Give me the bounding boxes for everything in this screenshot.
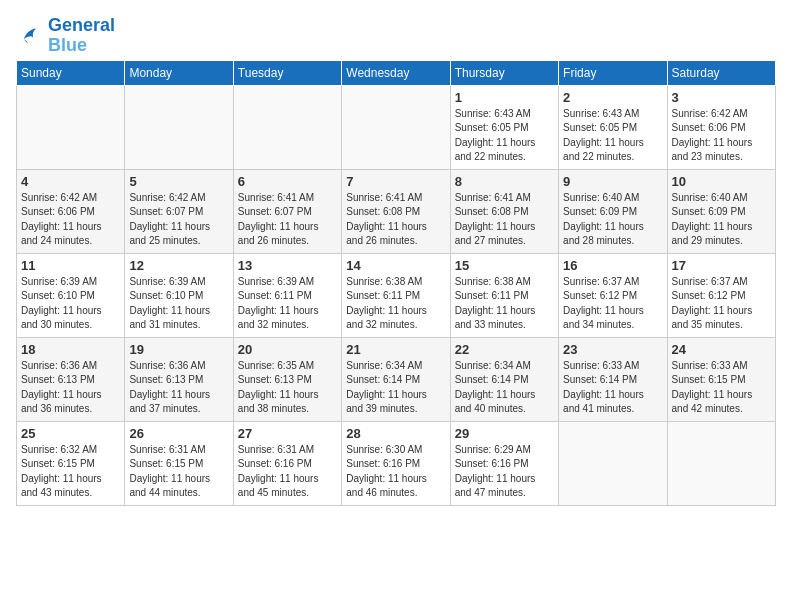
calendar-cell: 6Sunrise: 6:41 AM Sunset: 6:07 PM Daylig…	[233, 169, 341, 253]
calendar-table: SundayMondayTuesdayWednesdayThursdayFrid…	[16, 60, 776, 506]
day-info: Sunrise: 6:32 AM Sunset: 6:15 PM Dayligh…	[21, 443, 120, 501]
day-info: Sunrise: 6:39 AM Sunset: 6:10 PM Dayligh…	[21, 275, 120, 333]
calendar-cell: 26Sunrise: 6:31 AM Sunset: 6:15 PM Dayli…	[125, 421, 233, 505]
day-info: Sunrise: 6:33 AM Sunset: 6:15 PM Dayligh…	[672, 359, 771, 417]
calendar-cell: 18Sunrise: 6:36 AM Sunset: 6:13 PM Dayli…	[17, 337, 125, 421]
calendar-cell: 4Sunrise: 6:42 AM Sunset: 6:06 PM Daylig…	[17, 169, 125, 253]
calendar-cell: 28Sunrise: 6:30 AM Sunset: 6:16 PM Dayli…	[342, 421, 450, 505]
day-info: Sunrise: 6:36 AM Sunset: 6:13 PM Dayligh…	[129, 359, 228, 417]
day-info: Sunrise: 6:42 AM Sunset: 6:07 PM Dayligh…	[129, 191, 228, 249]
day-number: 21	[346, 342, 445, 357]
day-info: Sunrise: 6:43 AM Sunset: 6:05 PM Dayligh…	[563, 107, 662, 165]
calendar-cell: 23Sunrise: 6:33 AM Sunset: 6:14 PM Dayli…	[559, 337, 667, 421]
day-header-monday: Monday	[125, 60, 233, 85]
day-info: Sunrise: 6:30 AM Sunset: 6:16 PM Dayligh…	[346, 443, 445, 501]
day-number: 26	[129, 426, 228, 441]
calendar-cell: 8Sunrise: 6:41 AM Sunset: 6:08 PM Daylig…	[450, 169, 558, 253]
day-info: Sunrise: 6:35 AM Sunset: 6:13 PM Dayligh…	[238, 359, 337, 417]
day-info: Sunrise: 6:41 AM Sunset: 6:08 PM Dayligh…	[455, 191, 554, 249]
day-number: 9	[563, 174, 662, 189]
day-info: Sunrise: 6:40 AM Sunset: 6:09 PM Dayligh…	[672, 191, 771, 249]
day-header-sunday: Sunday	[17, 60, 125, 85]
calendar-cell: 13Sunrise: 6:39 AM Sunset: 6:11 PM Dayli…	[233, 253, 341, 337]
day-info: Sunrise: 6:29 AM Sunset: 6:16 PM Dayligh…	[455, 443, 554, 501]
day-number: 2	[563, 90, 662, 105]
calendar-cell	[342, 85, 450, 169]
day-info: Sunrise: 6:34 AM Sunset: 6:14 PM Dayligh…	[346, 359, 445, 417]
day-info: Sunrise: 6:37 AM Sunset: 6:12 PM Dayligh…	[563, 275, 662, 333]
day-number: 12	[129, 258, 228, 273]
day-header-tuesday: Tuesday	[233, 60, 341, 85]
day-number: 15	[455, 258, 554, 273]
day-header-thursday: Thursday	[450, 60, 558, 85]
calendar-cell: 21Sunrise: 6:34 AM Sunset: 6:14 PM Dayli…	[342, 337, 450, 421]
logo-text: General Blue	[48, 16, 115, 56]
calendar-week-row: 18Sunrise: 6:36 AM Sunset: 6:13 PM Dayli…	[17, 337, 776, 421]
calendar-cell: 12Sunrise: 6:39 AM Sunset: 6:10 PM Dayli…	[125, 253, 233, 337]
day-info: Sunrise: 6:42 AM Sunset: 6:06 PM Dayligh…	[21, 191, 120, 249]
day-number: 8	[455, 174, 554, 189]
calendar-cell	[17, 85, 125, 169]
calendar-header-row: SundayMondayTuesdayWednesdayThursdayFrid…	[17, 60, 776, 85]
calendar-cell: 22Sunrise: 6:34 AM Sunset: 6:14 PM Dayli…	[450, 337, 558, 421]
day-number: 6	[238, 174, 337, 189]
calendar-week-row: 25Sunrise: 6:32 AM Sunset: 6:15 PM Dayli…	[17, 421, 776, 505]
day-info: Sunrise: 6:41 AM Sunset: 6:07 PM Dayligh…	[238, 191, 337, 249]
day-number: 7	[346, 174, 445, 189]
day-header-wednesday: Wednesday	[342, 60, 450, 85]
day-number: 13	[238, 258, 337, 273]
day-info: Sunrise: 6:40 AM Sunset: 6:09 PM Dayligh…	[563, 191, 662, 249]
calendar-cell: 24Sunrise: 6:33 AM Sunset: 6:15 PM Dayli…	[667, 337, 775, 421]
calendar-cell: 9Sunrise: 6:40 AM Sunset: 6:09 PM Daylig…	[559, 169, 667, 253]
calendar-cell: 29Sunrise: 6:29 AM Sunset: 6:16 PM Dayli…	[450, 421, 558, 505]
calendar-cell: 2Sunrise: 6:43 AM Sunset: 6:05 PM Daylig…	[559, 85, 667, 169]
calendar-cell	[125, 85, 233, 169]
calendar-week-row: 4Sunrise: 6:42 AM Sunset: 6:06 PM Daylig…	[17, 169, 776, 253]
day-number: 14	[346, 258, 445, 273]
day-info: Sunrise: 6:38 AM Sunset: 6:11 PM Dayligh…	[455, 275, 554, 333]
calendar-cell: 1Sunrise: 6:43 AM Sunset: 6:05 PM Daylig…	[450, 85, 558, 169]
day-number: 16	[563, 258, 662, 273]
day-number: 22	[455, 342, 554, 357]
logo: General Blue	[16, 16, 115, 56]
day-info: Sunrise: 6:33 AM Sunset: 6:14 PM Dayligh…	[563, 359, 662, 417]
day-info: Sunrise: 6:31 AM Sunset: 6:16 PM Dayligh…	[238, 443, 337, 501]
day-number: 1	[455, 90, 554, 105]
day-number: 3	[672, 90, 771, 105]
calendar-cell	[233, 85, 341, 169]
calendar-cell: 10Sunrise: 6:40 AM Sunset: 6:09 PM Dayli…	[667, 169, 775, 253]
day-number: 11	[21, 258, 120, 273]
calendar-cell: 20Sunrise: 6:35 AM Sunset: 6:13 PM Dayli…	[233, 337, 341, 421]
calendar-cell: 3Sunrise: 6:42 AM Sunset: 6:06 PM Daylig…	[667, 85, 775, 169]
day-header-saturday: Saturday	[667, 60, 775, 85]
day-number: 27	[238, 426, 337, 441]
calendar-week-row: 11Sunrise: 6:39 AM Sunset: 6:10 PM Dayli…	[17, 253, 776, 337]
calendar-week-row: 1Sunrise: 6:43 AM Sunset: 6:05 PM Daylig…	[17, 85, 776, 169]
calendar-cell: 19Sunrise: 6:36 AM Sunset: 6:13 PM Dayli…	[125, 337, 233, 421]
day-number: 29	[455, 426, 554, 441]
day-number: 5	[129, 174, 228, 189]
calendar-cell: 27Sunrise: 6:31 AM Sunset: 6:16 PM Dayli…	[233, 421, 341, 505]
calendar-cell	[667, 421, 775, 505]
calendar-cell	[559, 421, 667, 505]
day-info: Sunrise: 6:36 AM Sunset: 6:13 PM Dayligh…	[21, 359, 120, 417]
day-info: Sunrise: 6:39 AM Sunset: 6:11 PM Dayligh…	[238, 275, 337, 333]
day-info: Sunrise: 6:34 AM Sunset: 6:14 PM Dayligh…	[455, 359, 554, 417]
logo-icon	[16, 22, 44, 50]
day-info: Sunrise: 6:37 AM Sunset: 6:12 PM Dayligh…	[672, 275, 771, 333]
day-info: Sunrise: 6:42 AM Sunset: 6:06 PM Dayligh…	[672, 107, 771, 165]
day-number: 24	[672, 342, 771, 357]
day-info: Sunrise: 6:39 AM Sunset: 6:10 PM Dayligh…	[129, 275, 228, 333]
day-number: 4	[21, 174, 120, 189]
calendar-cell: 16Sunrise: 6:37 AM Sunset: 6:12 PM Dayli…	[559, 253, 667, 337]
calendar-cell: 7Sunrise: 6:41 AM Sunset: 6:08 PM Daylig…	[342, 169, 450, 253]
calendar-cell: 11Sunrise: 6:39 AM Sunset: 6:10 PM Dayli…	[17, 253, 125, 337]
page-header: General Blue	[16, 16, 776, 56]
calendar-cell: 14Sunrise: 6:38 AM Sunset: 6:11 PM Dayli…	[342, 253, 450, 337]
day-number: 10	[672, 174, 771, 189]
calendar-cell: 15Sunrise: 6:38 AM Sunset: 6:11 PM Dayli…	[450, 253, 558, 337]
day-number: 28	[346, 426, 445, 441]
day-number: 17	[672, 258, 771, 273]
calendar-cell: 17Sunrise: 6:37 AM Sunset: 6:12 PM Dayli…	[667, 253, 775, 337]
day-info: Sunrise: 6:41 AM Sunset: 6:08 PM Dayligh…	[346, 191, 445, 249]
